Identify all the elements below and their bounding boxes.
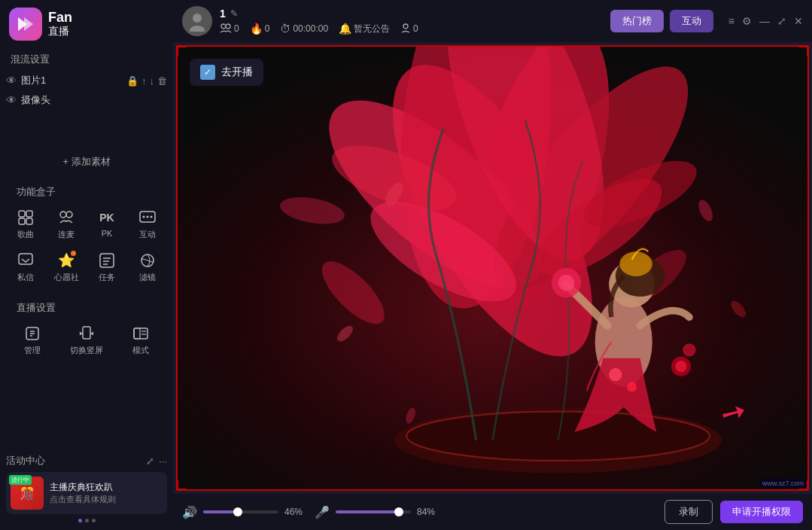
activity-header: 活动中心 ⤢ ··· bbox=[6, 454, 167, 468]
dot-3 bbox=[92, 519, 96, 522]
func-item-filter[interactable]: 滤镜 bbox=[128, 246, 167, 288]
svg-rect-2 bbox=[19, 211, 25, 217]
user-info: 1 ✎ 0 🔥 0 bbox=[220, 8, 603, 35]
activity-card[interactable]: 进行中 🎊 主播庆典狂欢趴 点击查看具体规则 bbox=[6, 472, 167, 514]
logo-zhibo-text: 直播 bbox=[48, 26, 72, 37]
add-material-btn[interactable]: + 添加素材 bbox=[0, 148, 173, 176]
stat-viewers: 0 bbox=[400, 23, 418, 35]
func-item-vertical[interactable]: 切换竖屏 bbox=[60, 319, 113, 361]
hot-list-button[interactable]: 热门榜 bbox=[610, 10, 664, 32]
activity-badge: 进行中 bbox=[9, 475, 32, 485]
stat-heat-value: 0 bbox=[265, 23, 270, 34]
resize-handle-tl[interactable] bbox=[176, 45, 187, 56]
svg-point-10 bbox=[147, 216, 149, 218]
func-item-task[interactable]: 任务 bbox=[87, 246, 126, 288]
eye-icon-camera[interactable]: 👁 bbox=[6, 94, 17, 106]
func-item-interact[interactable]: 互动 bbox=[128, 203, 167, 245]
func-label-song: 歌曲 bbox=[17, 229, 34, 240]
stat-time: ⏱ 00:00:00 bbox=[280, 23, 328, 35]
preview-illustration bbox=[178, 47, 807, 489]
func-item-pk[interactable]: PK PK bbox=[87, 203, 126, 245]
user-avatar bbox=[182, 6, 212, 36]
svg-rect-4 bbox=[19, 218, 25, 224]
vertical-icon bbox=[78, 324, 95, 343]
sidebar: Fan 直播 混流设置 👁 图片1 🔒 ↑ ↓ 🗑 👁 摄像头 + 添加素材 功… bbox=[0, 0, 173, 530]
logo-text: Fan 直播 bbox=[48, 11, 72, 37]
activity-more-icon[interactable]: ··· bbox=[159, 455, 167, 467]
activity-expand-icon[interactable]: ⤢ bbox=[146, 455, 154, 467]
func-label-mode: 模式 bbox=[132, 345, 149, 356]
func-item-song[interactable]: 歌曲 bbox=[6, 203, 45, 245]
volume-slider-thumb[interactable] bbox=[233, 507, 242, 516]
svg-point-30 bbox=[403, 24, 408, 29]
func-item-wish[interactable]: ⭐ 心愿社 bbox=[47, 246, 86, 288]
layer-label-camera: 摄像头 bbox=[21, 93, 167, 107]
start-broadcast-button[interactable]: ✓ 去开播 bbox=[190, 59, 263, 86]
func-item-manage[interactable]: 管理 bbox=[6, 319, 59, 361]
wish-icon: ⭐ bbox=[58, 251, 75, 270]
filter-icon bbox=[139, 251, 156, 270]
func-label-filter: 滤镜 bbox=[139, 272, 156, 283]
func-label-interact: 互动 bbox=[139, 229, 156, 240]
svg-point-9 bbox=[143, 216, 145, 218]
delete-icon[interactable]: 🗑 bbox=[157, 75, 167, 87]
volume-slider-container bbox=[203, 510, 278, 513]
func-label-message: 私信 bbox=[17, 272, 34, 283]
window-controls: ≡ ⚙ — ⤢ ✕ bbox=[728, 15, 803, 27]
resize-handle-bl[interactable] bbox=[176, 480, 187, 491]
svg-point-29 bbox=[226, 24, 230, 29]
lock-icon[interactable]: 🔒 bbox=[126, 75, 138, 87]
task-icon bbox=[99, 251, 115, 270]
edit-icon[interactable]: ✎ bbox=[230, 8, 238, 19]
svg-rect-19 bbox=[83, 327, 90, 339]
minimize-icon[interactable]: — bbox=[759, 15, 770, 27]
live-settings-section: 直播设置 管理 bbox=[0, 292, 173, 365]
svg-point-53 bbox=[627, 382, 637, 391]
record-button[interactable]: 录制 bbox=[665, 500, 713, 524]
activity-dots bbox=[6, 519, 167, 522]
svg-rect-3 bbox=[26, 211, 32, 217]
settings-icon[interactable]: ⚙ bbox=[742, 15, 752, 27]
svg-rect-23 bbox=[134, 328, 140, 339]
apply-button[interactable]: 申请开播权限 bbox=[720, 501, 803, 523]
interact-button[interactable]: 互动 bbox=[670, 10, 713, 32]
svg-rect-22 bbox=[134, 328, 147, 339]
activity-info: 主播庆典狂欢趴 点击查看具体规则 bbox=[50, 481, 163, 505]
resize-handle-br[interactable] bbox=[798, 480, 809, 491]
viewers-icon bbox=[400, 23, 411, 35]
stat-heat: 🔥 0 bbox=[250, 23, 270, 35]
svg-point-52 bbox=[609, 368, 622, 381]
volume-slider-track[interactable] bbox=[203, 510, 278, 513]
volume-icon: 🔊 bbox=[182, 505, 197, 519]
resize-handle-tr[interactable] bbox=[798, 45, 809, 56]
svg-rect-13 bbox=[100, 254, 114, 267]
followers-icon bbox=[220, 23, 232, 35]
manage-icon bbox=[24, 324, 41, 343]
user-name-row: 1 ✎ bbox=[220, 8, 603, 20]
stat-followers: 0 bbox=[220, 23, 239, 35]
func-item-mode[interactable]: 模式 bbox=[114, 319, 167, 361]
svg-point-7 bbox=[66, 212, 72, 218]
svg-point-6 bbox=[60, 212, 66, 218]
up-icon[interactable]: ↑ bbox=[141, 75, 147, 87]
volume-control: 🔊 46% bbox=[182, 505, 307, 519]
mode-icon bbox=[132, 324, 149, 343]
svg-point-63 bbox=[683, 343, 695, 356]
mic-slider-thumb[interactable] bbox=[394, 507, 403, 516]
func-item-message[interactable]: 私信 bbox=[6, 246, 45, 288]
func-label-pk: PK bbox=[102, 229, 113, 238]
dot-2 bbox=[85, 519, 89, 522]
message-icon bbox=[17, 251, 34, 270]
svg-point-28 bbox=[221, 24, 226, 29]
func-item-lianmai[interactable]: 连麦 bbox=[47, 203, 86, 245]
menu-icon[interactable]: ≡ bbox=[728, 15, 734, 27]
mic-slider-track[interactable] bbox=[336, 510, 411, 513]
eye-icon-image[interactable]: 👁 bbox=[6, 75, 17, 87]
svg-point-11 bbox=[151, 216, 153, 218]
svg-point-62 bbox=[675, 361, 686, 372]
maximize-icon[interactable]: ⤢ bbox=[777, 15, 786, 27]
live-settings-grid: 管理 切换竖屏 bbox=[6, 319, 167, 361]
close-icon[interactable]: ✕ bbox=[794, 15, 803, 27]
down-icon[interactable]: ↓ bbox=[150, 75, 155, 87]
svg-point-55 bbox=[558, 275, 575, 291]
